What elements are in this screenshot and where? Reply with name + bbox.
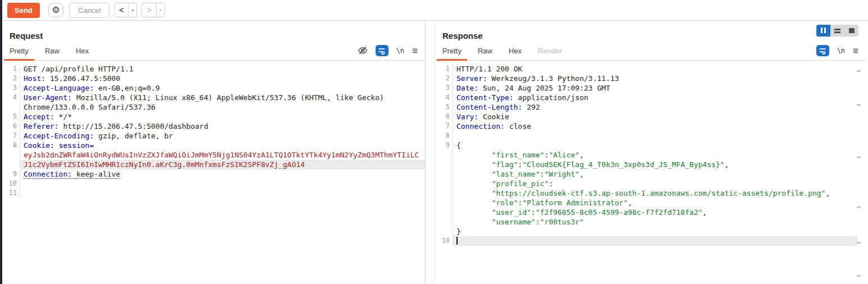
code-text[interactable]: Connection: keep-alive bbox=[20, 169, 425, 179]
code-line: } bbox=[435, 227, 866, 236]
code-text[interactable]: Cookie: session= bbox=[20, 141, 425, 150]
response-tabs: PrettyRawHexRender \n ≡ bbox=[435, 45, 866, 61]
code-text[interactable]: Accept: */* bbox=[20, 112, 425, 121]
code-line: eyJsb2dnZWRfaW4iOnRydWUsInVzZXJfaWQiOiJm… bbox=[2, 150, 425, 160]
show-newlines-toggle[interactable]: \n bbox=[837, 47, 845, 55]
code-line: 9{ bbox=[435, 141, 866, 150]
code-text[interactable]: User-Agent: Mozilla/5.0 (X11; Linux x86_… bbox=[20, 93, 425, 102]
code-text[interactable]: Referer: http://15.206.47.5:5000/dashboa… bbox=[20, 121, 425, 131]
back-split-button: < ▾ bbox=[114, 3, 137, 17]
word-wrap-toggle[interactable] bbox=[816, 45, 829, 56]
scroll-marker bbox=[857, 206, 861, 208]
code-line: 3Accept-Language: en-GB,en;q=0.9 bbox=[2, 83, 425, 93]
code-text[interactable]: { bbox=[453, 141, 866, 150]
wrap-lines-icon bbox=[819, 47, 826, 55]
code-text[interactable]: "first_name":"Alice", bbox=[453, 150, 866, 160]
code-text[interactable] bbox=[20, 179, 425, 188]
scroll-marker bbox=[857, 156, 861, 158]
line-number: 9 bbox=[435, 141, 453, 150]
line-number: 1 bbox=[435, 64, 453, 74]
code-text[interactable]: "flag":"CloudSEK{Flag_4_T0k3n_3xp0s3d_JS… bbox=[453, 160, 866, 169]
code-text[interactable]: "last_name":"Wright", bbox=[453, 169, 866, 179]
code-text[interactable]: Server: Werkzeug/3.1.3 Python/3.11.13 bbox=[453, 74, 866, 83]
back-button[interactable]: < bbox=[115, 3, 128, 17]
code-text[interactable]: Date: Sun, 24 Aug 2025 17:09:23 GMT bbox=[453, 83, 866, 93]
request-panel-title: Request bbox=[10, 31, 425, 40]
code-text[interactable] bbox=[20, 188, 425, 198]
response-panel-title: Response bbox=[442, 31, 866, 40]
forward-split-button: > ▾ bbox=[141, 3, 165, 17]
response-editor[interactable]: 1HTTP/1.1 200 OK2Server: Werkzeug/3.1.3 … bbox=[435, 61, 866, 284]
code-text[interactable]: "profile_pic": bbox=[453, 179, 866, 188]
wrap-lines-icon bbox=[378, 47, 386, 55]
forward-button[interactable]: > bbox=[142, 3, 156, 17]
line-number bbox=[435, 150, 453, 160]
scroll-marker bbox=[857, 104, 861, 106]
code-text[interactable]: Host: 15.206.47.5:5000 bbox=[20, 74, 425, 83]
send-button[interactable]: Send bbox=[7, 3, 40, 18]
line-number: 2 bbox=[2, 74, 20, 83]
code-line: "profile_pic": bbox=[435, 179, 866, 188]
chevron-down-icon: ▾ bbox=[159, 8, 162, 13]
code-line: 6Vary: Cookie bbox=[435, 112, 866, 121]
code-text[interactable]: GET /api/profile HTTP/1.1 bbox=[20, 64, 425, 74]
forward-dropdown-button[interactable]: ▾ bbox=[156, 3, 165, 17]
tab-pretty[interactable]: Pretty bbox=[4, 47, 34, 60]
code-text[interactable]: eyJsb2dnZWRfaW4iOnRydWUsInVzZXJfaWQiOiJm… bbox=[20, 150, 425, 160]
toolbar: Send ⚙ Cancel < ▾ > ▾ bbox=[2, 0, 868, 21]
code-line: 3Date: Sun, 24 Aug 2025 17:09:23 GMT bbox=[435, 83, 866, 93]
line-number: 10 bbox=[435, 236, 453, 246]
tab-render[interactable]: Render bbox=[532, 47, 568, 60]
cancel-button[interactable]: Cancel bbox=[69, 3, 109, 18]
line-number bbox=[435, 198, 453, 208]
code-text[interactable] bbox=[453, 131, 866, 141]
code-text[interactable]: Connection: close bbox=[453, 121, 866, 131]
editor-menu-button[interactable]: ≡ bbox=[412, 46, 418, 56]
tab-hex[interactable]: Hex bbox=[70, 47, 94, 60]
line-number bbox=[435, 169, 453, 179]
code-text[interactable]: "user_id":"f2f96855-8c05-4599-a98c-f7f2f… bbox=[453, 208, 866, 217]
line-number: 4 bbox=[2, 93, 20, 102]
stacked-view-button[interactable] bbox=[830, 25, 844, 37]
code-line: 8 bbox=[435, 131, 866, 141]
columns-view-button[interactable] bbox=[816, 25, 830, 37]
code-text[interactable]: "https://cloudsek-ctf.s3.ap-south-1.amaz… bbox=[453, 188, 866, 198]
single-view-button[interactable] bbox=[844, 25, 858, 37]
code-text[interactable]: Accept-Language: en-GB,en;q=0.9 bbox=[20, 83, 425, 93]
line-number bbox=[2, 102, 20, 112]
code-text[interactable]: Chrome/133.0.0.0 Safari/537.36 bbox=[20, 102, 425, 112]
line-number: 8 bbox=[435, 131, 453, 141]
settings-button[interactable]: ⚙ bbox=[48, 3, 63, 17]
editor-menu-button[interactable]: ≡ bbox=[853, 46, 858, 56]
hide-headers-button[interactable] bbox=[358, 46, 368, 55]
code-text[interactable]: } bbox=[453, 227, 866, 236]
request-tabs: PrettyRawHex \n bbox=[2, 45, 425, 61]
code-line: 8Cookie: session= bbox=[2, 141, 425, 150]
code-text[interactable]: "username":"r00tus3r" bbox=[453, 217, 866, 227]
tab-raw[interactable]: Raw bbox=[472, 47, 498, 60]
code-text[interactable]: "role":"Platform Administrator", bbox=[453, 198, 866, 208]
code-text[interactable]: Content-Length: 292 bbox=[453, 102, 866, 112]
back-dropdown-button[interactable]: ▾ bbox=[128, 3, 136, 17]
code-text[interactable]: HTTP/1.1 200 OK bbox=[453, 64, 866, 74]
code-line: 11 bbox=[2, 188, 425, 198]
single-layout-icon bbox=[849, 28, 855, 33]
tab-raw[interactable]: Raw bbox=[39, 47, 65, 60]
request-editor[interactable]: 1GET /api/profile HTTP/1.12Host: 15.206.… bbox=[2, 61, 425, 284]
code-text[interactable]: J1c2VybmFtZSI6InIwMHR1czNyIn0.aKrC3g.0mM… bbox=[20, 160, 425, 169]
tab-hex[interactable]: Hex bbox=[503, 47, 527, 60]
repeater-window: Send ⚙ Cancel < ▾ > ▾ Request PrettyRawH… bbox=[0, 0, 868, 284]
code-text[interactable] bbox=[453, 236, 858, 246]
code-text[interactable]: Vary: Cookie bbox=[453, 112, 866, 121]
code-line: "flag":"CloudSEK{Flag_4_T0k3n_3xp0s3d_JS… bbox=[435, 160, 866, 169]
word-wrap-toggle[interactable] bbox=[376, 45, 389, 56]
code-text[interactable]: Accept-Encoding: gzip, deflate, br bbox=[20, 131, 425, 141]
text-cursor bbox=[456, 237, 458, 245]
show-newlines-toggle[interactable]: \n bbox=[396, 47, 404, 55]
hamburger-menu-icon: ≡ bbox=[853, 46, 858, 56]
code-line: J1c2VybmFtZSI6InIwMHR1czNyIn0.aKrC3g.0mM… bbox=[2, 160, 425, 169]
code-text[interactable]: Content-Type: application/json bbox=[453, 93, 866, 102]
tab-pretty[interactable]: Pretty bbox=[437, 47, 467, 60]
scroll-marker bbox=[857, 242, 861, 244]
line-number: 1 bbox=[2, 64, 20, 74]
